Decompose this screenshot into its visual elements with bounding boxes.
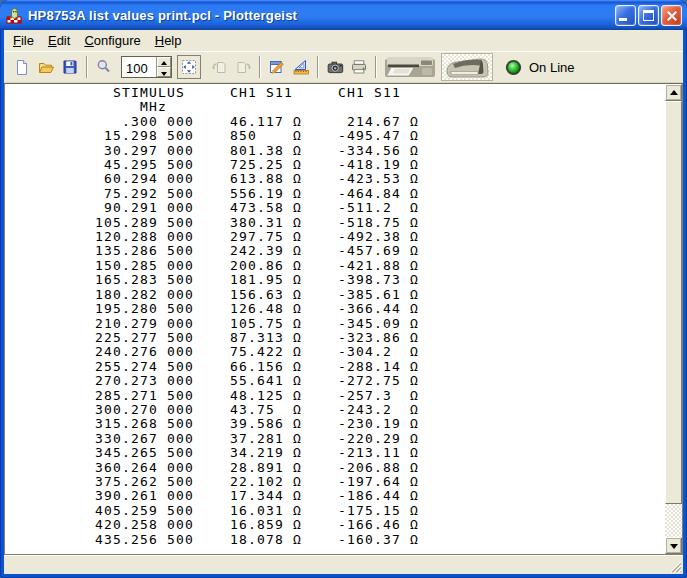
new-document-icon [14, 59, 30, 75]
status-bar [4, 555, 683, 574]
zoom-button[interactable] [92, 55, 116, 79]
plotter-photo-icon [442, 54, 492, 80]
toolbar-separator [86, 56, 88, 78]
client-area: File Edit Configure Help [4, 30, 683, 574]
menu-file[interactable]: File [6, 31, 41, 50]
printer-photo-icon [383, 54, 437, 80]
online-led-icon [505, 59, 522, 76]
snapshot-button[interactable] [323, 55, 347, 79]
vertical-scrollbar[interactable] [665, 84, 682, 554]
zoom-decrease-button[interactable] [157, 67, 171, 77]
new-document-button[interactable] [10, 55, 34, 79]
fit-to-window-icon [181, 59, 197, 75]
menu-help[interactable]: Help [148, 31, 189, 50]
printer-icon [351, 59, 367, 75]
zoom-level-input[interactable] [122, 57, 156, 77]
application-window: HP8753A list values print.pcl - Plotterg… [0, 0, 687, 578]
printer-output-button[interactable] [383, 53, 437, 81]
scrollbar-thumb[interactable] [665, 101, 682, 504]
zoom-level-spinner [121, 56, 172, 78]
toolbar-separator [317, 56, 319, 78]
previous-page-icon [211, 59, 228, 75]
minimize-icon [619, 18, 627, 21]
toolbar-separator [375, 56, 377, 78]
previous-page-button[interactable] [207, 55, 231, 79]
menu-edit[interactable]: Edit [41, 31, 77, 50]
ruler-setup-button[interactable] [289, 55, 313, 79]
close-button[interactable] [661, 5, 682, 26]
save-floppy-icon [62, 59, 78, 75]
menu-bar: File Edit Configure Help [4, 30, 683, 51]
maximize-icon [643, 10, 654, 21]
online-indicator: On Line [505, 59, 575, 76]
minimize-button[interactable] [615, 5, 636, 26]
open-file-button[interactable] [34, 55, 58, 79]
zoom-increase-button[interactable] [157, 57, 171, 67]
print-button[interactable] [347, 55, 371, 79]
fit-to-window-button[interactable] [177, 55, 201, 79]
zoom-magnifier-icon [96, 59, 112, 75]
save-file-button[interactable] [58, 55, 82, 79]
plotter-output-button[interactable] [441, 53, 493, 81]
scroll-down-button[interactable] [665, 537, 682, 554]
maximize-button[interactable] [638, 5, 659, 26]
document-text: STIMULUS CH1 S11 CH1 S11 MHz .300 000 46… [5, 84, 682, 547]
window-title: HP8753A list values print.pcl - Plotterg… [28, 8, 615, 23]
open-folder-icon [38, 59, 55, 75]
online-label: On Line [529, 60, 575, 75]
pen-setup-button[interactable] [265, 55, 289, 79]
next-page-button[interactable] [231, 55, 255, 79]
ruler-icon [293, 59, 309, 75]
scroll-up-button[interactable] [665, 84, 682, 101]
document-viewport: STIMULUS CH1 S11 CH1 S11 MHz .300 000 46… [4, 83, 683, 555]
plottergeist-app-icon [6, 7, 23, 24]
toolbar: On Line [4, 51, 683, 83]
pen-setup-icon [269, 59, 285, 75]
menu-configure[interactable]: Configure [77, 31, 147, 50]
resize-grip[interactable] [669, 560, 682, 573]
toolbar-separator [259, 56, 261, 78]
title-bar[interactable]: HP8753A list values print.pcl - Plotterg… [0, 0, 687, 30]
next-page-icon [235, 59, 252, 75]
camera-icon [327, 59, 344, 75]
